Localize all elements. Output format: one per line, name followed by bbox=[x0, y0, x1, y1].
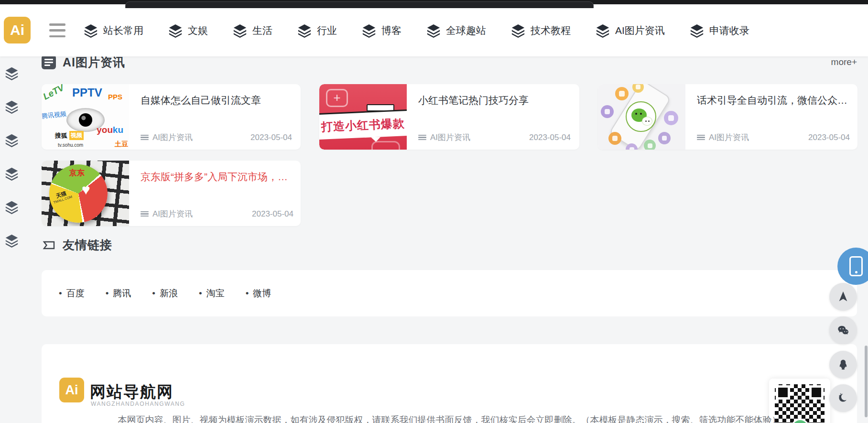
article-meta: AI图片资讯 2023-05-04 bbox=[697, 132, 850, 143]
layers-icon bbox=[297, 23, 312, 38]
thumb-banner: 打造小红书爆款 bbox=[319, 111, 407, 140]
article-card[interactable]: 话术引导全自动引流，微信公众号... AI图片资讯 2023-05-04 bbox=[598, 84, 857, 150]
hamburger-menu-icon[interactable] bbox=[49, 23, 65, 37]
thumb-label: ku bbox=[113, 125, 123, 135]
back-to-top-button[interactable] bbox=[829, 283, 857, 311]
article-date: 2023-05-04 bbox=[529, 133, 571, 142]
nav-item-label: 生活 bbox=[252, 24, 272, 37]
nav-item-blog[interactable]: 博客 bbox=[362, 23, 401, 38]
article-thumbnail[interactable]: 京东 ♥ 天猫 TMALL.COM bbox=[42, 161, 129, 226]
rail-layers-icon-5[interactable] bbox=[5, 200, 19, 214]
article-date: 2023-05-04 bbox=[252, 209, 293, 219]
wechat-share-button[interactable] bbox=[829, 316, 857, 344]
article-date: 2023-05-04 bbox=[808, 133, 850, 142]
qq-contact-button[interactable] bbox=[829, 351, 857, 379]
thumb-label: LeTV bbox=[42, 84, 66, 102]
category-label: AI图片资讯 bbox=[152, 132, 193, 143]
app-dot bbox=[601, 105, 614, 118]
nav-item-entertainment[interactable]: 文娱 bbox=[168, 23, 208, 38]
article-title[interactable]: 自媒体怎么自己做引流文章 bbox=[141, 94, 292, 107]
category-label: AI图片资讯 bbox=[152, 208, 193, 219]
friend-link-label: 百度 bbox=[66, 287, 85, 300]
nav-arrow-icon bbox=[837, 291, 849, 303]
main-navbar: Ai 站长常用 文娱 生活 行业 博客 bbox=[0, 4, 868, 56]
footer: Ai 网站导航网 WANGZHANDAOHANGWANG ⌂ 本网页内容、图片、… bbox=[42, 344, 857, 423]
nav-item-apply-inclusion[interactable]: 申请收录 bbox=[690, 23, 749, 38]
app-dot bbox=[615, 87, 629, 100]
qr-finder-pattern bbox=[776, 385, 790, 400]
layers-icon bbox=[233, 23, 247, 38]
layers-icon bbox=[426, 23, 441, 38]
nav-menu: 站长常用 文娱 生活 行业 博客 全球趣站 bbox=[84, 4, 749, 56]
nav-item-ai-image-news[interactable]: AI图片资讯 bbox=[596, 23, 665, 38]
article-meta: AI图片资讯 2023-05-04 bbox=[418, 132, 571, 143]
nav-item-life[interactable]: 生活 bbox=[233, 23, 272, 38]
article-card[interactable]: 打造小红书爆款 小红书笔记热门技巧分享 AI图片资讯 2023-05-04 bbox=[319, 84, 579, 150]
article-title[interactable]: 小红书笔记热门技巧分享 bbox=[418, 94, 571, 107]
article-category: AI图片资讯 bbox=[141, 208, 193, 219]
friend-link-label: 新浪 bbox=[160, 287, 178, 300]
article-title[interactable]: 话术引导全自动引流，微信公众号... bbox=[697, 94, 850, 107]
rail-layers-icon-2[interactable] bbox=[5, 100, 19, 114]
friend-link-weibo[interactable]: 微博 bbox=[246, 287, 271, 300]
friend-link-sina[interactable]: 新浪 bbox=[152, 287, 178, 300]
nav-item-label: 站长常用 bbox=[103, 24, 143, 37]
rail-layers-icon-3[interactable] bbox=[5, 133, 19, 147]
rail-layers-icon-4[interactable] bbox=[5, 167, 19, 181]
friend-link-taobao[interactable]: 淘宝 bbox=[199, 287, 225, 300]
article-card-grid: LeTV PPTV PPS 腾讯视频 you ku 搜狐 视频 tv.sohu.… bbox=[42, 84, 857, 226]
article-title[interactable]: 京东版“拼多多”入局下沉市场，双1... bbox=[141, 170, 293, 184]
rail-layers-icon-6[interactable] bbox=[5, 234, 19, 248]
thumb-label: 土豆 bbox=[115, 140, 128, 149]
nav-item-industry[interactable]: 行业 bbox=[297, 23, 337, 38]
qq-icon bbox=[837, 358, 849, 371]
footer-logo[interactable]: Ai bbox=[59, 378, 84, 402]
friend-link-tencent[interactable]: 腾讯 bbox=[106, 287, 131, 300]
night-mode-icon bbox=[837, 392, 849, 404]
wechat-logo-graphic bbox=[626, 101, 656, 132]
news-list-icon bbox=[42, 55, 56, 69]
article-card[interactable]: 京东 ♥ 天猫 TMALL.COM 京东版“拼多多”入局下沉市场，双1... A… bbox=[42, 161, 301, 226]
nav-item-tech-tutorials[interactable]: 技术教程 bbox=[511, 23, 571, 38]
article-meta: AI图片资讯 2023-05-04 bbox=[141, 132, 292, 143]
friend-link-baidu[interactable]: 百度 bbox=[59, 287, 85, 300]
scrollbar-thumb[interactable] bbox=[865, 346, 868, 417]
qr-finder-pattern bbox=[809, 385, 824, 400]
page-root: Ai 站长常用 文娱 生活 行业 博客 bbox=[0, 0, 868, 423]
plus-icon bbox=[326, 89, 348, 107]
app-dot bbox=[608, 132, 621, 145]
nav-item-global-sites[interactable]: 全球趣站 bbox=[426, 23, 486, 38]
thumb-label: 腾讯视频 bbox=[42, 109, 67, 120]
heart-graphic: ♥ bbox=[82, 183, 90, 197]
nav-item-label: 申请收录 bbox=[709, 24, 749, 37]
site-logo[interactable]: Ai bbox=[4, 17, 31, 43]
app-dot bbox=[644, 140, 656, 150]
news-section-title: AI图片资讯 bbox=[63, 54, 125, 70]
layers-icon bbox=[690, 23, 704, 38]
article-category: AI图片资讯 bbox=[141, 132, 193, 143]
article-date: 2023-05-04 bbox=[250, 133, 292, 142]
thumb-label: you bbox=[97, 125, 113, 135]
article-card[interactable]: LeTV PPTV PPS 腾讯视频 you ku 搜狐 视频 tv.sohu.… bbox=[42, 84, 301, 150]
friend-links-panel: 百度 腾讯 新浪 淘宝 微博 bbox=[42, 270, 857, 316]
friend-link-label: 微博 bbox=[253, 287, 271, 300]
nav-item-label: 行业 bbox=[317, 24, 337, 37]
browser-top-strip bbox=[0, 0, 868, 4]
chip-graphic bbox=[367, 104, 394, 111]
article-thumbnail[interactable] bbox=[598, 84, 685, 150]
rail-layers-icon-1[interactable] bbox=[5, 66, 19, 80]
footer-site-name: 网站导航网 bbox=[90, 381, 174, 403]
friend-link-label: 淘宝 bbox=[206, 287, 225, 300]
night-mode-button[interactable] bbox=[829, 384, 857, 412]
nav-item-webmaster[interactable]: 站长常用 bbox=[84, 23, 143, 38]
corner-graphic bbox=[371, 141, 400, 150]
article-thumbnail[interactable]: 打造小红书爆款 bbox=[319, 84, 407, 150]
thumb-label: 搜狐 bbox=[55, 131, 67, 140]
article-thumbnail[interactable]: LeTV PPTV PPS 腾讯视频 you ku 搜狐 视频 tv.sohu.… bbox=[42, 84, 129, 150]
browser-tab-hint bbox=[125, 1, 594, 8]
side-rail bbox=[5, 66, 19, 248]
layers-icon bbox=[511, 23, 525, 38]
wechat-icon bbox=[837, 324, 849, 336]
layers-icon bbox=[84, 23, 98, 38]
more-link[interactable]: more+ bbox=[831, 57, 857, 67]
